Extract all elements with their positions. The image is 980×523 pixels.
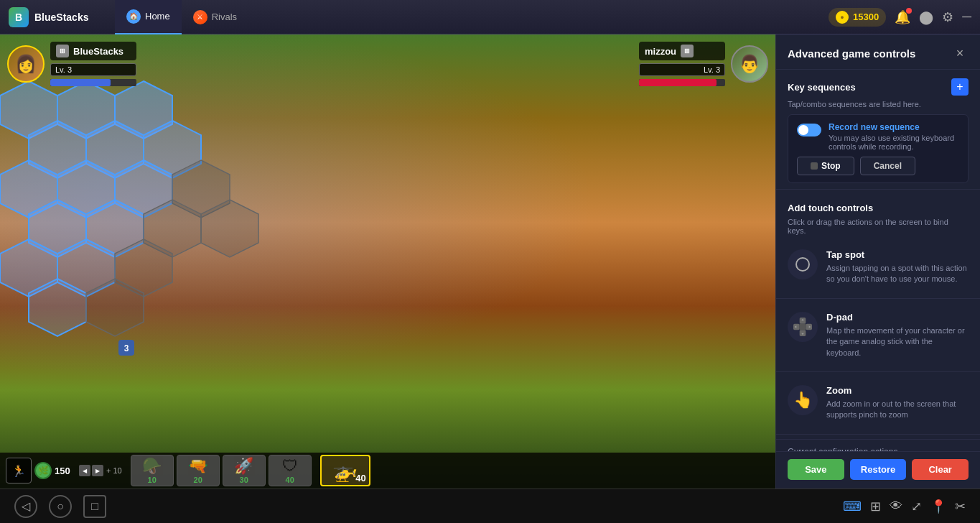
rivals-icon: ⚔ — [193, 10, 207, 24]
minimize-icon[interactable]: ─ — [962, 9, 971, 24]
key-sequences-title: Key sequences — [788, 82, 946, 93]
settings-icon[interactable]: ⚙ — [942, 9, 953, 25]
tap-spot-name: Tap spot — [826, 249, 969, 260]
recents-button[interactable]: □ — [83, 495, 106, 518]
hero-slot[interactable]: 🚁 40 — [320, 455, 370, 486]
record-toggle[interactable] — [797, 124, 821, 136]
panel-close-button[interactable]: × — [951, 45, 969, 62]
unit-slot-1[interactable]: 🪖 10 — [131, 455, 174, 486]
section-divider-2 — [776, 298, 980, 299]
arrow-left[interactable]: ◀ — [79, 465, 90, 476]
section-divider-3 — [776, 371, 980, 372]
save-button[interactable]: Save — [788, 459, 844, 480]
stop-button[interactable]: Stop — [797, 157, 854, 175]
scissors-icon[interactable]: ✂ — [955, 499, 966, 514]
record-label: Record new sequence — [829, 122, 959, 132]
level-badge-right: Lv. 3 — [639, 63, 725, 76]
hero-img: 🚁 — [332, 459, 358, 483]
health-bar-right — [639, 79, 725, 86]
avatar-left: 👩 — [7, 45, 45, 83]
config-section: Current configuration actions — [776, 439, 980, 451]
health-bar-left — [50, 79, 136, 86]
dpad-desc: Map the movement of your character or th… — [826, 325, 969, 358]
player-info-left: 👩 ⊞ BlueStacks Lv. 3 — [7, 42, 136, 86]
unit-slot-4[interactable]: 🛡 40 — [269, 455, 312, 486]
bluestacks-logo: B — [9, 7, 29, 27]
resource-increment: + 10 — [106, 466, 122, 475]
special-action-button[interactable]: 🏃 — [6, 458, 32, 483]
toggle-knob — [798, 125, 808, 135]
notification-icon[interactable]: 🔔 — [895, 9, 910, 25]
fullscreen-icon[interactable]: ⤢ — [911, 499, 922, 514]
hero-cost: 40 — [355, 473, 365, 483]
system-bar: ◁ ○ □ ⌨ ⊞ 👁 ⤢ 📍 ✂ — [0, 489, 980, 523]
stop-icon — [811, 162, 818, 170]
unit-cost-4: 40 — [286, 476, 294, 484]
coins-display: ● 15300 — [829, 8, 886, 27]
health-fill-left — [50, 79, 111, 86]
restore-button[interactable]: Restore — [850, 459, 907, 480]
unit-img-3: 🚀 — [234, 457, 253, 476]
player-info-right: 👨 mizzou ⊞ Lv. 3 — [639, 42, 768, 86]
game-canvas — [0, 34, 775, 453]
zoom-desc: Add zoom in or out to the screen that su… — [826, 399, 969, 421]
keyboard-icon[interactable]: ⌨ — [843, 499, 862, 514]
layout-icon[interactable]: ⊞ — [870, 499, 881, 514]
eye-icon[interactable]: 👁 — [890, 499, 902, 514]
arrow-right[interactable]: ▶ — [92, 465, 103, 476]
system-bar-right: ⌨ ⊞ 👁 ⤢ 📍 ✂ — [843, 499, 966, 514]
arrow-buttons: ◀ ▶ — [79, 465, 103, 476]
panel-title: Advanced game controls — [788, 47, 951, 60]
tap-spot-icon — [788, 249, 818, 279]
unit-img-2: 🔫 — [188, 457, 207, 476]
section-divider-4 — [776, 434, 980, 435]
record-buttons: Stop Cancel — [797, 157, 959, 175]
resource-icon: 🌿 — [34, 462, 52, 479]
player-name-left: ⊞ BlueStacks — [50, 42, 136, 60]
dpad-name: D-pad — [826, 312, 969, 323]
health-fill-right — [639, 79, 717, 86]
game-area[interactable]: 3 👩 ⊞ BlueStacks Lv. 3 👨 mizzou — [0, 34, 775, 489]
home-button[interactable]: ○ — [49, 495, 72, 518]
zoom-item[interactable]: 👆 Zoom Add zoom in or out to the screen … — [776, 376, 980, 430]
tab-rivals[interactable]: ⚔ Rivals — [182, 0, 248, 34]
unit-slot-2[interactable]: 🔫 20 — [177, 455, 220, 486]
unit-img-1: 🪖 — [142, 457, 162, 476]
unit-cost-1: 10 — [148, 476, 157, 484]
cancel-button[interactable]: Cancel — [860, 157, 915, 175]
key-sequences-subtitle: Tap/combo sequences are listed here. — [776, 100, 980, 114]
record-icon[interactable]: ⬤ — [919, 9, 933, 25]
tap-spot-info: Tap spot Assign tapping on a spot with t… — [826, 249, 969, 285]
unit-cost-2: 20 — [194, 476, 202, 484]
main-content: 3 👩 ⊞ BlueStacks Lv. 3 👨 mizzou — [0, 34, 980, 489]
dpad-icon — [788, 312, 818, 342]
add-sequence-button[interactable]: + — [951, 78, 969, 96]
dpad-item[interactable]: D-pad Map the movement of your character… — [776, 303, 980, 367]
resource-count: 150 — [55, 466, 76, 476]
touch-controls-title: Add touch controls — [788, 203, 969, 213]
tap-spot-item[interactable]: Tap spot Assign tapping on a spot with t… — [776, 241, 980, 294]
svg-rect-7 — [800, 323, 806, 330]
unit-img-4: 🛡 — [282, 457, 298, 476]
game-bottom-ui: 🏃 🌿 150 ◀ ▶ + 10 🪖 10 🔫 20 🚀 30 — [0, 453, 775, 489]
tab-rivals-label: Rivals — [212, 11, 237, 22]
coin-icon: ● — [836, 11, 849, 24]
back-button[interactable]: ◁ — [14, 495, 37, 518]
clear-button[interactable]: Clear — [912, 459, 969, 480]
touch-controls-header: Add touch controls — [776, 194, 980, 218]
record-info: Record new sequence You may also use exi… — [829, 122, 959, 151]
rank-icon-left: ⊞ — [56, 45, 69, 57]
player-name-right: mizzou ⊞ — [639, 42, 725, 60]
location-icon[interactable]: 📍 — [930, 499, 946, 514]
record-sublabel: You may also use existing keyboard contr… — [829, 134, 959, 151]
unit-cost-3: 30 — [240, 476, 248, 484]
unit-slot-3[interactable]: 🚀 30 — [223, 455, 266, 486]
panel-header: Advanced game controls × — [776, 34, 980, 70]
level-badge-left: Lv. 3 — [50, 63, 136, 76]
tap-circle-icon — [795, 257, 810, 272]
zoom-hand-icon: 👆 — [793, 391, 813, 409]
tab-home-label: Home — [145, 11, 170, 22]
app-brand-area: B BlueStacks — [0, 7, 115, 27]
tab-home[interactable]: 🏠 Home — [115, 0, 182, 34]
right-panel: Advanced game controls × Key sequences +… — [775, 34, 980, 489]
